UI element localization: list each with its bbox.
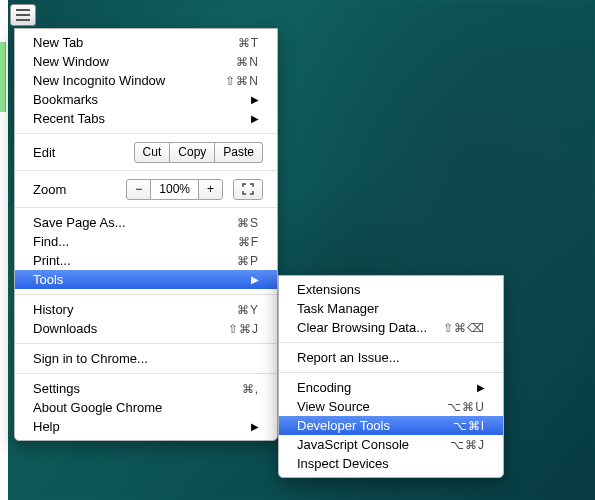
menu-item-label: Encoding bbox=[297, 380, 471, 395]
menu-item-print[interactable]: Print... ⌘P bbox=[15, 251, 277, 270]
zoom-out-button[interactable]: − bbox=[126, 179, 151, 200]
menu-item-shortcut: ⇧⌘J bbox=[228, 322, 259, 336]
fullscreen-button[interactable] bbox=[233, 179, 263, 200]
menu-item-recent-tabs[interactable]: Recent Tabs ▶ bbox=[15, 109, 277, 128]
submenu-item-encoding[interactable]: Encoding ▶ bbox=[279, 378, 503, 397]
menu-item-label: Edit bbox=[33, 145, 55, 160]
menu-item-label: Settings bbox=[33, 381, 242, 396]
submenu-arrow-icon: ▶ bbox=[245, 274, 259, 285]
menu-item-downloads[interactable]: Downloads ⇧⌘J bbox=[15, 319, 277, 338]
menu-item-new-incognito[interactable]: New Incognito Window ⇧⌘N bbox=[15, 71, 277, 90]
menu-item-help[interactable]: Help ▶ bbox=[15, 417, 277, 436]
tools-submenu: Extensions Task Manager Clear Browsing D… bbox=[278, 275, 504, 478]
menu-item-history[interactable]: History ⌘Y bbox=[15, 300, 277, 319]
hamburger-icon bbox=[16, 19, 30, 21]
menu-item-shortcut: ⇧⌘⌫ bbox=[443, 321, 485, 335]
chrome-menu-button[interactable] bbox=[10, 4, 36, 26]
submenu-arrow-icon: ▶ bbox=[245, 113, 259, 124]
menu-item-label: Zoom bbox=[33, 182, 66, 197]
menu-item-label: Print... bbox=[33, 253, 237, 268]
submenu-item-js-console[interactable]: JavaScript Console ⌥⌘J bbox=[279, 435, 503, 454]
window-edge-accent bbox=[0, 42, 6, 112]
menu-item-shortcut: ⌥⌘U bbox=[447, 400, 485, 414]
menu-item-new-tab[interactable]: New Tab ⌘T bbox=[15, 33, 277, 52]
submenu-arrow-icon: ▶ bbox=[471, 382, 485, 393]
menu-item-label: Extensions bbox=[297, 282, 485, 297]
copy-button[interactable]: Copy bbox=[170, 142, 215, 163]
menu-row-edit: Edit Cut Copy Paste bbox=[15, 139, 277, 165]
menu-item-label: New Window bbox=[33, 54, 236, 69]
menu-item-save-page[interactable]: Save Page As... ⌘S bbox=[15, 213, 277, 232]
menu-item-shortcut: ⇧⌘N bbox=[225, 74, 259, 88]
fullscreen-icon bbox=[242, 183, 254, 195]
submenu-arrow-icon: ▶ bbox=[245, 94, 259, 105]
hamburger-icon bbox=[16, 9, 30, 11]
menu-item-shortcut: ⌘Y bbox=[237, 303, 259, 317]
menu-item-new-window[interactable]: New Window ⌘N bbox=[15, 52, 277, 71]
menu-item-label: JavaScript Console bbox=[297, 437, 450, 452]
submenu-item-developer-tools[interactable]: Developer Tools ⌥⌘I bbox=[279, 416, 503, 435]
menu-item-shortcut: ⌘F bbox=[238, 235, 259, 249]
menu-item-label: Recent Tabs bbox=[33, 111, 245, 126]
submenu-item-clear-browsing[interactable]: Clear Browsing Data... ⇧⌘⌫ bbox=[279, 318, 503, 337]
menu-separator bbox=[15, 170, 277, 171]
menu-item-label: Downloads bbox=[33, 321, 228, 336]
menu-separator bbox=[15, 133, 277, 134]
menu-item-label: About Google Chrome bbox=[33, 400, 259, 415]
submenu-item-inspect-devices[interactable]: Inspect Devices bbox=[279, 454, 503, 473]
menu-item-label: Help bbox=[33, 419, 245, 434]
menu-item-label: Save Page As... bbox=[33, 215, 237, 230]
paste-button[interactable]: Paste bbox=[215, 142, 263, 163]
menu-item-label: Task Manager bbox=[297, 301, 485, 316]
menu-item-label: Clear Browsing Data... bbox=[297, 320, 443, 335]
zoom-in-button[interactable]: + bbox=[198, 179, 223, 200]
menu-item-label: Developer Tools bbox=[297, 418, 453, 433]
submenu-item-task-manager[interactable]: Task Manager bbox=[279, 299, 503, 318]
zoom-controls: − 100% + bbox=[126, 179, 263, 200]
menu-row-zoom: Zoom − 100% + bbox=[15, 176, 277, 202]
menu-item-label: Inspect Devices bbox=[297, 456, 485, 471]
submenu-arrow-icon: ▶ bbox=[245, 421, 259, 432]
menu-item-label: Sign in to Chrome... bbox=[33, 351, 259, 366]
menu-item-label: History bbox=[33, 302, 237, 317]
menu-item-label: Report an Issue... bbox=[297, 350, 485, 365]
menu-separator bbox=[15, 343, 277, 344]
cut-button[interactable]: Cut bbox=[134, 142, 171, 163]
menu-item-settings[interactable]: Settings ⌘, bbox=[15, 379, 277, 398]
menu-separator bbox=[279, 372, 503, 373]
menu-item-sign-in[interactable]: Sign in to Chrome... bbox=[15, 349, 277, 368]
menu-item-shortcut: ⌥⌘J bbox=[450, 438, 485, 452]
menu-item-label: Tools bbox=[33, 272, 245, 287]
menu-item-shortcut: ⌘T bbox=[238, 36, 259, 50]
menu-item-about[interactable]: About Google Chrome bbox=[15, 398, 277, 417]
menu-item-label: Find... bbox=[33, 234, 238, 249]
menu-item-shortcut: ⌘, bbox=[242, 382, 259, 396]
edit-button-group: Cut Copy Paste bbox=[134, 142, 263, 163]
submenu-item-extensions[interactable]: Extensions bbox=[279, 280, 503, 299]
menu-separator bbox=[15, 207, 277, 208]
menu-item-label: Bookmarks bbox=[33, 92, 245, 107]
menu-item-shortcut: ⌘N bbox=[236, 55, 259, 69]
menu-separator bbox=[279, 342, 503, 343]
hamburger-icon bbox=[16, 14, 30, 16]
menu-item-bookmarks[interactable]: Bookmarks ▶ bbox=[15, 90, 277, 109]
menu-item-label: View Source bbox=[297, 399, 447, 414]
menu-item-label: New Tab bbox=[33, 35, 238, 50]
menu-separator bbox=[15, 294, 277, 295]
menu-item-find[interactable]: Find... ⌘F bbox=[15, 232, 277, 251]
menu-item-label: New Incognito Window bbox=[33, 73, 225, 88]
menu-item-shortcut: ⌘S bbox=[237, 216, 259, 230]
zoom-percent: 100% bbox=[151, 179, 198, 200]
submenu-item-report-issue[interactable]: Report an Issue... bbox=[279, 348, 503, 367]
menu-item-tools[interactable]: Tools ▶ bbox=[15, 270, 277, 289]
menu-separator bbox=[15, 373, 277, 374]
submenu-item-view-source[interactable]: View Source ⌥⌘U bbox=[279, 397, 503, 416]
menu-item-shortcut: ⌥⌘I bbox=[453, 419, 485, 433]
menu-item-shortcut: ⌘P bbox=[237, 254, 259, 268]
chrome-main-menu: New Tab ⌘T New Window ⌘N New Incognito W… bbox=[14, 28, 278, 441]
